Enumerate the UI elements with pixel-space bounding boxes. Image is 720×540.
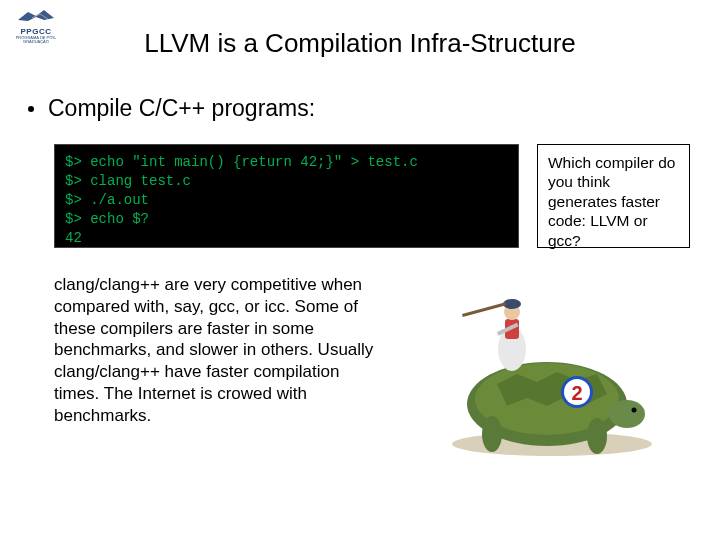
terminal-line: $> echo "int main() {return 42;}" > test… — [65, 154, 418, 170]
terminal-line: 42 — [65, 230, 82, 246]
page-title: LLVM is a Compilation Infra-Structure — [0, 0, 720, 59]
terminal-line: $> ./a.out — [65, 192, 149, 208]
terminal-line: $> clang test.c — [65, 173, 191, 189]
svg-point-5 — [482, 416, 502, 452]
terminal-block: $> echo "int main() {return 42;}" > test… — [54, 144, 519, 248]
terminal-line: $> echo $? — [65, 211, 149, 227]
bullet-text: Compile C/C++ programs: — [48, 95, 315, 122]
svg-point-3 — [609, 400, 645, 428]
ppgcc-logo: PPGCC PROGRAMA DE PÓS-GRADUAÇÃO — [8, 6, 64, 48]
svg-rect-12 — [462, 302, 506, 317]
badge-number: 2 — [571, 382, 582, 404]
bird-icon — [14, 6, 58, 26]
question-box: Which compiler do you think generates fa… — [537, 144, 690, 248]
bullet-dot-icon — [28, 106, 34, 112]
svg-point-6 — [587, 418, 607, 454]
bullet-item: Compile C/C++ programs: — [28, 95, 720, 122]
body-paragraph: clang/clang++ are very competitive when … — [54, 274, 384, 426]
logo-subtext: PROGRAMA DE PÓS-GRADUAÇÃO — [8, 36, 64, 44]
svg-point-4 — [632, 408, 637, 413]
turtle-jockey-illustration: 2 — [402, 274, 672, 464]
